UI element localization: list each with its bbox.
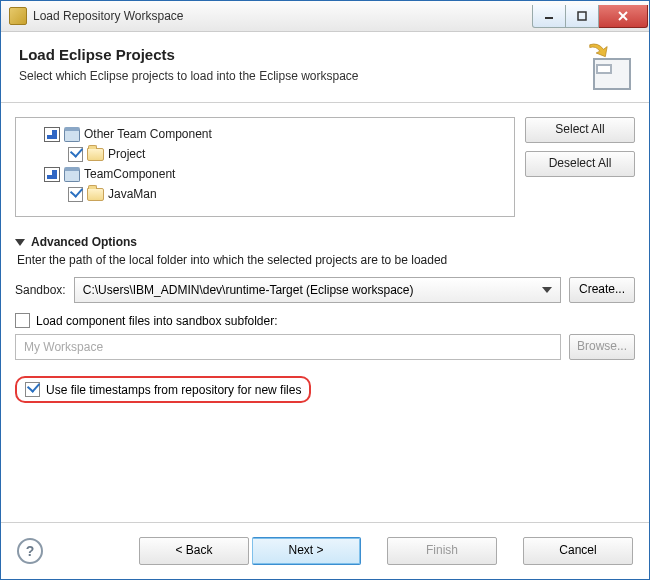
subfolder-placeholder: My Workspace <box>24 340 103 354</box>
chevron-down-icon <box>15 239 25 246</box>
project-label: Project <box>108 147 145 161</box>
advanced-title: Advanced Options <box>31 235 137 249</box>
deselect-all-button[interactable]: Deselect All <box>525 151 635 177</box>
checkbox-icon[interactable] <box>25 382 40 397</box>
tree-project[interactable]: JavaMan <box>22 184 508 204</box>
advanced-section: Advanced Options Enter the path of the l… <box>15 235 635 403</box>
timestamps-label: Use file timestamps from repository for … <box>46 383 301 397</box>
close-icon <box>617 10 629 22</box>
sandbox-value: C:\Users\IBM_ADMIN\dev\runtime-Target (E… <box>83 283 414 297</box>
svg-rect-1 <box>578 12 586 20</box>
page-title: Load Eclipse Projects <box>19 46 581 63</box>
component-icon <box>64 167 80 182</box>
tree-component[interactable]: TeamComponent <box>22 164 508 184</box>
maximize-icon <box>577 11 587 21</box>
load-subfolder-row[interactable]: Load component files into sandbox subfol… <box>15 313 635 328</box>
app-icon <box>9 7 27 25</box>
sandbox-select[interactable]: C:\Users\IBM_ADMIN\dev\runtime-Target (E… <box>74 277 561 303</box>
component-label: TeamComponent <box>84 167 175 181</box>
maximize-button[interactable] <box>566 5 599 28</box>
back-button[interactable]: < Back <box>139 537 249 565</box>
page-subtitle: Select which Eclipse projects to load in… <box>19 69 581 83</box>
dialog-content: Other Team Component Project TeamCompone… <box>1 103 649 522</box>
checkbox-icon[interactable] <box>68 187 83 202</box>
dialog-header: Load Eclipse Projects Select which Eclip… <box>1 32 649 103</box>
tree-component[interactable]: Other Team Component <box>22 124 508 144</box>
checkbox-icon[interactable] <box>44 167 60 182</box>
browse-button: Browse... <box>569 334 635 360</box>
tree-project[interactable]: Project <box>22 144 508 164</box>
dialog-footer: ? < Back Next > Finish Cancel <box>1 522 649 579</box>
wizard-banner-icon <box>581 46 631 90</box>
folder-icon <box>87 148 104 161</box>
window-title: Load Repository Workspace <box>33 9 532 23</box>
checkbox-icon[interactable] <box>44 127 60 142</box>
component-icon <box>64 127 80 142</box>
subfolder-input: My Workspace <box>15 334 561 360</box>
finish-button: Finish <box>387 537 497 565</box>
checkbox-icon[interactable] <box>15 313 30 328</box>
checkbox-icon[interactable] <box>68 147 83 162</box>
titlebar[interactable]: Load Repository Workspace <box>1 1 649 32</box>
project-label: JavaMan <box>108 187 157 201</box>
close-button[interactable] <box>599 5 648 28</box>
project-tree[interactable]: Other Team Component Project TeamCompone… <box>15 117 515 217</box>
minimize-button[interactable] <box>532 5 566 28</box>
folder-icon <box>87 188 104 201</box>
advanced-description: Enter the path of the local folder into … <box>17 253 635 267</box>
create-sandbox-button[interactable]: Create... <box>569 277 635 303</box>
load-subfolder-label: Load component files into sandbox subfol… <box>36 314 278 328</box>
advanced-toggle[interactable]: Advanced Options <box>15 235 635 249</box>
select-all-button[interactable]: Select All <box>525 117 635 143</box>
help-button[interactable]: ? <box>17 538 43 564</box>
cancel-button[interactable]: Cancel <box>523 537 633 565</box>
sandbox-label: Sandbox: <box>15 283 66 297</box>
dialog-window: Load Repository Workspace Load Eclipse P… <box>0 0 650 580</box>
component-label: Other Team Component <box>84 127 212 141</box>
timestamps-option-highlight: Use file timestamps from repository for … <box>15 376 311 403</box>
minimize-icon <box>544 11 554 21</box>
next-button[interactable]: Next > <box>252 537 361 565</box>
window-controls <box>532 5 648 27</box>
